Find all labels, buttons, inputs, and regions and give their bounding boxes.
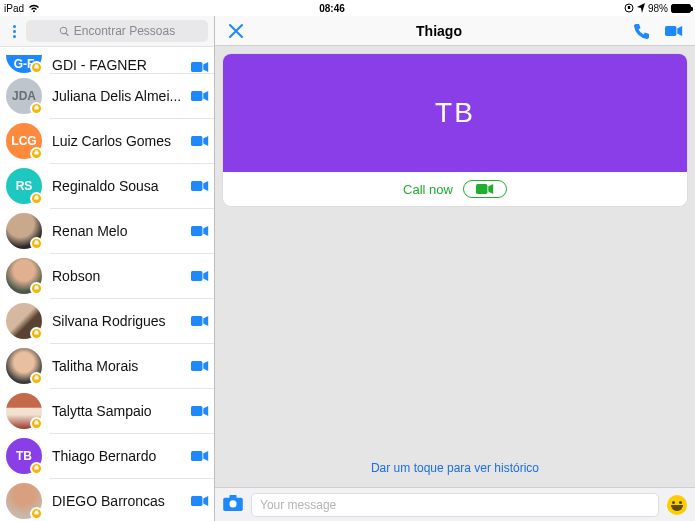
svg-rect-4 <box>191 136 202 146</box>
svg-rect-7 <box>191 271 202 281</box>
avatar <box>6 213 42 249</box>
contact-video-button[interactable] <box>186 90 214 102</box>
contact-name: GDI - FAGNER <box>42 57 186 73</box>
contact-row[interactable]: Robson <box>0 253 214 298</box>
rotation-lock-icon <box>624 3 634 13</box>
svg-rect-8 <box>191 316 202 326</box>
chat-pane: Thiago TB Call now <box>215 16 695 521</box>
contact-name: Talitha Morais <box>42 358 186 374</box>
presence-badge <box>30 507 43 520</box>
svg-rect-12 <box>191 496 202 506</box>
contact-video-button[interactable] <box>186 315 214 327</box>
contact-name: Talytta Sampaio <box>42 403 186 419</box>
status-bar: iPad 08:46 98% <box>0 0 695 16</box>
avatar <box>6 483 42 519</box>
svg-rect-5 <box>191 181 202 191</box>
contact-row[interactable]: Renan Melo <box>0 208 214 253</box>
contact-video-button[interactable] <box>186 495 214 507</box>
presence-badge <box>30 417 43 430</box>
avatar: TB <box>6 438 42 474</box>
profile-card: TB Call now <box>223 54 687 206</box>
contact-video-button[interactable] <box>186 61 214 73</box>
avatar <box>6 303 42 339</box>
contact-row[interactable]: DIEGO Barroncas <box>0 478 214 521</box>
more-menu-button[interactable] <box>6 25 22 38</box>
contact-name: Renan Melo <box>42 223 186 239</box>
svg-point-16 <box>229 500 236 507</box>
chat-header: Thiago <box>215 16 695 46</box>
presence-badge <box>30 372 43 385</box>
avatar: G-F <box>6 55 42 73</box>
svg-rect-2 <box>191 62 202 72</box>
svg-rect-6 <box>191 226 202 236</box>
svg-rect-10 <box>191 406 202 416</box>
video-call-button[interactable] <box>663 22 685 40</box>
avatar: JDA <box>6 78 42 114</box>
contact-row[interactable]: JDAJuliana Delis Almei... <box>0 73 214 118</box>
contact-row[interactable]: RSReginaldo Sousa <box>0 163 214 208</box>
sidebar: Encontrar Pessoas G-FGDI - FAGNERJDAJuli… <box>0 16 215 521</box>
location-icon <box>637 3 645 13</box>
presence-badge <box>30 192 43 205</box>
composer <box>215 487 695 521</box>
avatar <box>6 393 42 429</box>
svg-rect-17 <box>229 495 236 499</box>
presence-badge <box>30 147 43 160</box>
contacts-list: G-FGDI - FAGNERJDAJuliana Delis Almei...… <box>0 47 214 521</box>
device-label: iPad <box>4 3 24 14</box>
profile-hero: TB <box>223 54 687 172</box>
close-button[interactable] <box>225 22 247 40</box>
clock: 08:46 <box>40 3 624 14</box>
call-now-button[interactable]: Call now <box>403 182 453 197</box>
contact-row[interactable]: LCGLuiz Carlos Gomes <box>0 118 214 163</box>
presence-badge <box>30 61 43 73</box>
contact-name: Luiz Carlos Gomes <box>42 133 186 149</box>
avatar: RS <box>6 168 42 204</box>
search-placeholder: Encontrar Pessoas <box>74 24 175 38</box>
contact-row[interactable]: G-FGDI - FAGNER <box>0 47 214 73</box>
contact-row[interactable]: Talytta Sampaio <box>0 388 214 433</box>
avatar <box>6 348 42 384</box>
contact-video-button[interactable] <box>186 405 214 417</box>
contact-video-button[interactable] <box>186 270 214 282</box>
avatar: LCG <box>6 123 42 159</box>
message-input[interactable] <box>251 493 659 517</box>
svg-rect-1 <box>628 6 630 9</box>
contact-video-button[interactable] <box>186 180 214 192</box>
contact-video-button[interactable] <box>186 135 214 147</box>
attach-photo-button[interactable] <box>223 495 243 515</box>
camera-icon <box>476 183 494 195</box>
voice-call-button[interactable] <box>631 22 653 40</box>
contact-name: Silvana Rodrigues <box>42 313 186 329</box>
emoji-button[interactable] <box>667 495 687 515</box>
svg-rect-9 <box>191 361 202 371</box>
contact-row[interactable]: Talitha Morais <box>0 343 214 388</box>
history-hint[interactable]: Dar um toque para ver histórico <box>223 453 687 479</box>
battery-icon <box>671 4 691 13</box>
contact-video-button[interactable] <box>186 450 214 462</box>
contact-name: Reginaldo Sousa <box>42 178 186 194</box>
avatar <box>6 258 42 294</box>
search-icon <box>59 26 70 37</box>
wifi-icon <box>28 3 40 13</box>
svg-rect-11 <box>191 451 202 461</box>
contact-row[interactable]: TBThiago Bernardo <box>0 433 214 478</box>
presence-badge <box>30 102 43 115</box>
search-input[interactable]: Encontrar Pessoas <box>26 20 208 42</box>
call-now-video-button[interactable] <box>463 180 507 198</box>
contact-name: Robson <box>42 268 186 284</box>
battery-percent: 98% <box>648 3 668 14</box>
svg-rect-13 <box>665 26 676 36</box>
chat-title: Thiago <box>257 23 621 39</box>
presence-badge <box>30 462 43 475</box>
contact-video-button[interactable] <box>186 360 214 372</box>
presence-badge <box>30 282 43 295</box>
contact-video-button[interactable] <box>186 225 214 237</box>
svg-rect-3 <box>191 91 202 101</box>
svg-rect-14 <box>476 184 487 194</box>
profile-initials: TB <box>435 97 475 129</box>
presence-badge <box>30 237 43 250</box>
contact-row[interactable]: Silvana Rodrigues <box>0 298 214 343</box>
contact-name: DIEGO Barroncas <box>42 493 186 509</box>
contact-name: Juliana Delis Almei... <box>42 88 186 104</box>
